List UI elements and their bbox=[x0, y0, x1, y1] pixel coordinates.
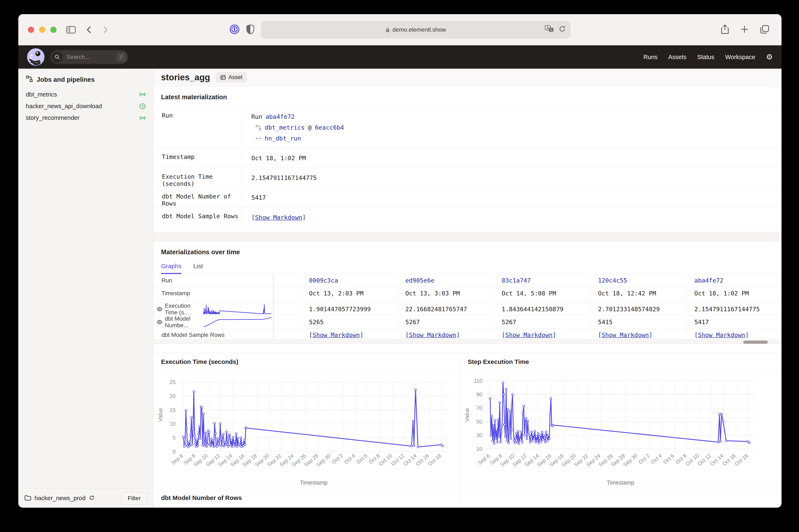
row-label-cell: dbt Model Numbe... bbox=[154, 316, 273, 328]
table-cell: 5265 bbox=[301, 316, 397, 328]
share-icon[interactable] bbox=[721, 24, 729, 35]
kv-label: Timestamp bbox=[154, 148, 243, 168]
table-cell: [Show Markdown] bbox=[686, 328, 781, 340]
sidebar-item-label: dbt_metrics bbox=[26, 91, 57, 98]
table-cell: [Show Markdown] bbox=[397, 328, 494, 340]
svg-text:5: 5 bbox=[173, 435, 176, 441]
svg-text:文: 文 bbox=[550, 28, 553, 32]
sparkline bbox=[203, 304, 272, 315]
svg-text:Oct 12: Oct 12 bbox=[390, 453, 405, 467]
svg-text:Oct 14: Oct 14 bbox=[709, 453, 724, 467]
tab-graphs[interactable]: Graphs bbox=[161, 263, 182, 274]
svg-text:Oct 18: Oct 18 bbox=[734, 453, 749, 467]
kv-label: dbt Model Number of Rows bbox=[154, 188, 243, 207]
jobs-icon bbox=[26, 75, 33, 84]
run-id-link[interactable]: aba4fe72 bbox=[695, 277, 723, 284]
sidebar-item-dbt_metrics[interactable]: dbt_metrics bbox=[18, 89, 153, 100]
tab-list[interactable]: List bbox=[193, 263, 203, 274]
bottom-section-heading: dbt Model Number of Rows bbox=[154, 488, 460, 508]
url-text: demo.elementl.show bbox=[393, 26, 446, 33]
materializations-tabs: GraphsList bbox=[154, 261, 781, 274]
search-input[interactable]: Search... / bbox=[50, 50, 128, 64]
reload-icon[interactable] bbox=[558, 25, 566, 34]
table-cell: 1.843644142150879 bbox=[494, 303, 590, 316]
svg-text:0: 0 bbox=[173, 449, 176, 455]
svg-text:Oct 10: Oct 10 bbox=[378, 453, 393, 467]
horizontal-scrollbar bbox=[154, 340, 781, 344]
svg-text:Oct 4: Oct 4 bbox=[650, 453, 663, 465]
minimize-window-button[interactable] bbox=[39, 26, 45, 33]
translate-icon[interactable]: A文 bbox=[545, 25, 554, 34]
show-markdown-link[interactable]: [Show Markdown] bbox=[405, 331, 460, 339]
runs-table-column: ed905e6eOct 13, 3:03 PM22.16682481765747… bbox=[397, 274, 494, 339]
svg-text:Oct 6: Oct 6 bbox=[355, 453, 368, 465]
svg-text:Oct 12: Oct 12 bbox=[697, 453, 712, 467]
run-id-link[interactable]: ed905e6e bbox=[405, 277, 435, 284]
nav-item-runs[interactable]: Runs bbox=[643, 54, 658, 60]
row-label: Run bbox=[154, 277, 172, 284]
svg-text:50: 50 bbox=[476, 419, 482, 425]
sidebar-item-story_recommender[interactable]: story_recommender bbox=[18, 112, 153, 124]
privacy-shield-icon[interactable] bbox=[246, 24, 255, 35]
svg-text:Sep 6: Sep 6 bbox=[477, 453, 491, 466]
schedule-clock-icon bbox=[139, 103, 146, 110]
show-markdown-link[interactable]: [Show Markdown] bbox=[598, 331, 652, 339]
sidebar-toggle-icon[interactable] bbox=[66, 26, 76, 34]
show-markdown-link[interactable]: [Show Markdown] bbox=[309, 331, 363, 339]
nav-item-assets[interactable]: Assets bbox=[668, 54, 686, 60]
runs-table-column: aba4fe72Oct 18, 1:02 PM2.154791116714477… bbox=[686, 274, 781, 339]
dagster-logo[interactable] bbox=[27, 48, 44, 66]
table-row: TimestampOct 18, 1:02 PM bbox=[154, 148, 781, 168]
at-symbol: @ bbox=[308, 123, 311, 132]
eye-icon bbox=[156, 306, 163, 312]
table-cell bbox=[494, 300, 590, 303]
close-window-button[interactable] bbox=[28, 26, 34, 33]
job-link[interactable]: dbt_metrics bbox=[265, 123, 305, 132]
run-id-link[interactable]: aba4fe72 bbox=[266, 112, 294, 121]
forward-icon[interactable] bbox=[102, 25, 109, 34]
table-cell: Oct 13, 2:03 PM bbox=[301, 287, 397, 300]
row-label: dbt Model Numbe... bbox=[163, 316, 203, 329]
run-id-link[interactable]: 120c4c55 bbox=[598, 277, 627, 284]
new-tab-icon[interactable] bbox=[740, 25, 749, 34]
password-manager-extension-icon[interactable] bbox=[229, 24, 240, 35]
table-cell: [Show Markdown] bbox=[301, 328, 397, 340]
run-id-link[interactable]: 83c1a747 bbox=[502, 277, 531, 284]
runs-table-column: 120c4c55Oct 18, 12:42 PM2.70123314857482… bbox=[590, 274, 686, 339]
run-id-link[interactable]: 0009c3ca bbox=[309, 277, 338, 284]
browser-chrome: demo.elementl.show A文 bbox=[18, 14, 781, 45]
table-cell bbox=[301, 300, 397, 303]
sidebar-item-hacker_news_api_download[interactable]: hacker_news_api_download bbox=[18, 100, 153, 112]
kv-label: dbt Model Sample Rows bbox=[154, 207, 243, 227]
section-divider-band bbox=[154, 232, 781, 241]
reload-repo-icon[interactable] bbox=[89, 495, 95, 501]
show-markdown-link[interactable]: [Show Markdown] bbox=[695, 331, 749, 339]
lock-icon bbox=[385, 27, 390, 33]
svg-text:Value: Value bbox=[157, 408, 164, 422]
table-cell: 2.701233148574829 bbox=[590, 303, 686, 316]
svg-text:A: A bbox=[546, 26, 549, 30]
kv-run-cell: Run aba4fe72dbt_metrics@6eacc6b4hn_dbt_r… bbox=[243, 107, 781, 148]
zoom-window-button[interactable] bbox=[50, 26, 57, 33]
svg-text:Oct 10: Oct 10 bbox=[684, 453, 700, 467]
settings-gear-icon[interactable]: ⚙ bbox=[766, 53, 773, 61]
nav-item-workspace[interactable]: Workspace bbox=[725, 54, 755, 60]
svg-text:10: 10 bbox=[170, 421, 176, 427]
table-cell: 120c4c55 bbox=[590, 274, 686, 287]
filter-button[interactable]: Filter bbox=[121, 492, 147, 504]
table-cell: 5415 bbox=[590, 316, 686, 328]
horizontal-scrollbar-handle[interactable] bbox=[743, 341, 768, 344]
svg-text:Value: Value bbox=[464, 408, 470, 422]
tab-overview-icon[interactable] bbox=[760, 25, 769, 35]
show-markdown-link[interactable]: [Show Markdown] bbox=[502, 331, 556, 339]
url-bar[interactable]: demo.elementl.show A文 bbox=[261, 21, 571, 38]
nav-item-status[interactable]: Status bbox=[697, 54, 714, 60]
back-icon[interactable] bbox=[85, 25, 92, 34]
table-cell: 83c1a747 bbox=[494, 274, 590, 287]
commit-link[interactable]: 6eacc6b4 bbox=[315, 123, 344, 132]
sensor-link[interactable]: hn_dbt_run bbox=[265, 134, 301, 143]
svg-text:15: 15 bbox=[170, 407, 176, 413]
show-markdown-link[interactable]: [Show Markdown] bbox=[251, 214, 306, 221]
kv-label: Run bbox=[154, 107, 243, 148]
table-cell: 0009c3ca bbox=[301, 274, 397, 287]
